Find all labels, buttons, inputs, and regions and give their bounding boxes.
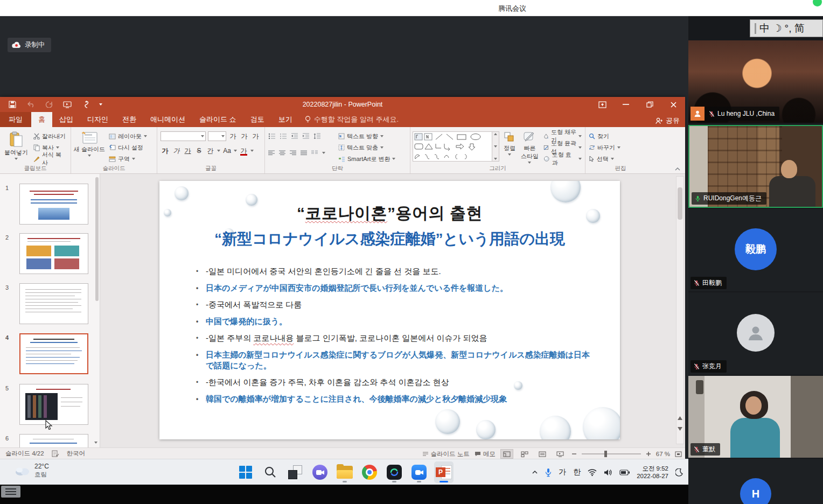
- shapes-gallery[interactable]: [413, 129, 499, 165]
- slide-thumbnail-5[interactable]: [19, 384, 88, 425]
- reset-button[interactable]: 다시 설정: [108, 142, 148, 153]
- arrange-button[interactable]: 정렬: [501, 129, 518, 165]
- share-button[interactable]: 공유: [655, 116, 680, 125]
- columns-button[interactable]: [311, 150, 318, 156]
- zoom-out-button[interactable]: [571, 451, 577, 457]
- clear-formatting-button[interactable]: 가: [251, 131, 260, 141]
- section-button[interactable]: 구역: [108, 153, 148, 164]
- justify-button[interactable]: [301, 150, 308, 156]
- decrease-indent-button[interactable]: [291, 133, 298, 139]
- meeting-toolbar-handle[interactable]: [1, 486, 20, 498]
- char-spacing-button[interactable]: 간: [206, 146, 215, 156]
- webex-button[interactable]: [385, 461, 404, 483]
- font-name-box[interactable]: [161, 131, 206, 141]
- text-direction-button[interactable]: 텍스트 방향: [337, 131, 396, 142]
- layout-button[interactable]: 레이아웃: [108, 131, 148, 142]
- align-left-button[interactable]: [268, 150, 275, 156]
- quick-styles-button[interactable]: 빠른 스타일: [520, 129, 540, 165]
- smartart-dropdown-icon[interactable]: [392, 158, 395, 160]
- participant-tile-3[interactable]: 毅鹏 田毅鹏: [688, 209, 823, 291]
- char-spacing-dropdown-icon[interactable]: [217, 150, 220, 152]
- fit-slide-button[interactable]: [675, 451, 682, 457]
- chat-app-button[interactable]: [310, 461, 330, 483]
- arrange-dropdown-icon[interactable]: [508, 153, 511, 156]
- participant-tile-5[interactable]: 董默: [688, 376, 823, 458]
- shapes-more-icon[interactable]: [494, 158, 497, 160]
- save-button[interactable]: [8, 100, 17, 109]
- select-dropdown-icon[interactable]: [611, 158, 614, 160]
- cut-button[interactable]: 잘라내기: [32, 131, 68, 142]
- tab-view[interactable]: 보기: [271, 112, 299, 127]
- tab-insert[interactable]: 삽입: [52, 112, 80, 127]
- strikethrough-button[interactable]: S: [194, 146, 204, 156]
- powerpoint-button[interactable]: P: [434, 461, 454, 483]
- text-direction-dropdown-icon[interactable]: [380, 135, 383, 137]
- close-button[interactable]: [661, 97, 685, 112]
- underline-button[interactable]: 가: [183, 146, 192, 156]
- thumbnail-scrollbar[interactable]: [95, 177, 99, 301]
- chrome-button[interactable]: [360, 461, 379, 483]
- shape-effects-dropdown-icon[interactable]: [578, 158, 582, 160]
- align-text-button[interactable]: 텍스트 맞춤: [337, 142, 396, 153]
- align-text-dropdown-icon[interactable]: [380, 146, 383, 149]
- tab-slideshow[interactable]: 슬라이드 쇼: [192, 112, 243, 127]
- slide-thumbnail-panel[interactable]: 1 2: [0, 174, 100, 447]
- find-button[interactable]: 찾기: [588, 131, 622, 142]
- zoom-level[interactable]: 67 %: [656, 451, 670, 457]
- select-button[interactable]: 선택: [588, 153, 622, 164]
- weather-widget[interactable]: 22°C 흐림: [14, 463, 49, 479]
- line-spacing-button[interactable]: [313, 133, 321, 139]
- slide-sorter-view-button[interactable]: [518, 449, 531, 459]
- slide-thumbnail-2[interactable]: [19, 233, 88, 274]
- tab-design[interactable]: 디자인: [80, 112, 115, 127]
- bullets-button[interactable]: [268, 133, 276, 139]
- start-button[interactable]: [236, 461, 255, 483]
- quick-styles-dropdown-icon[interactable]: [528, 162, 531, 164]
- start-slideshow-button[interactable]: [62, 100, 72, 109]
- clock-widget[interactable]: 오전 9:52 2022-08-27: [637, 465, 668, 480]
- italic-button[interactable]: 가: [172, 146, 181, 156]
- slideshow-view-button[interactable]: [554, 449, 567, 459]
- tab-home[interactable]: 홈: [31, 112, 52, 127]
- reading-view-button[interactable]: [536, 449, 549, 459]
- copy-dropdown-icon[interactable]: [56, 146, 59, 149]
- layout-dropdown-icon[interactable]: [144, 135, 147, 137]
- shape-outline-dropdown-icon[interactable]: [578, 146, 582, 149]
- redo-button[interactable]: [44, 100, 54, 109]
- font-size-box[interactable]: [208, 131, 226, 141]
- thumbnail-scroll-down-icon[interactable]: [92, 439, 100, 446]
- language-indicator[interactable]: 한국어: [67, 450, 86, 458]
- current-slide[interactable]: “코로나이혼”용어의 출현 “新型コロナウイルス感染症離婚”という用語の出現 -…: [159, 181, 620, 439]
- replace-button[interactable]: 바꾸기: [588, 142, 622, 153]
- next-slide-button[interactable]: [676, 424, 683, 433]
- font-color-button[interactable]: 가: [239, 146, 248, 156]
- tab-file[interactable]: 파일: [0, 112, 31, 127]
- participant-tile-6[interactable]: H: [688, 459, 823, 504]
- paste-button[interactable]: 붙여넣기: [2, 129, 30, 165]
- undo-button[interactable]: [26, 100, 36, 109]
- comments-toggle[interactable]: 메모: [475, 450, 496, 458]
- ime-language-indicator[interactable]: 한: [573, 467, 581, 477]
- collapse-ribbon-button[interactable]: [674, 167, 681, 171]
- battery-icon[interactable]: [619, 470, 630, 475]
- font-color-dropdown-icon[interactable]: [250, 150, 254, 152]
- grow-font-button[interactable]: 가: [228, 131, 238, 141]
- align-right-button[interactable]: [290, 150, 297, 156]
- replace-dropdown-icon[interactable]: [617, 146, 620, 149]
- tray-expand-icon[interactable]: [532, 470, 538, 474]
- tab-transitions[interactable]: 전환: [115, 112, 143, 127]
- search-button[interactable]: [261, 461, 280, 483]
- align-center-button[interactable]: [279, 150, 286, 156]
- tell-me-box[interactable]: 수행할 작업을 알려 주세요.: [299, 112, 404, 127]
- slide-scrollbar[interactable]: [676, 176, 684, 444]
- zoom-slider-knob[interactable]: [604, 451, 607, 457]
- shapes-scrollbar[interactable]: [492, 131, 499, 162]
- shape-effects-button[interactable]: 도형 효과: [542, 153, 583, 164]
- change-case-button[interactable]: Aa: [222, 146, 232, 156]
- tab-review[interactable]: 검토: [243, 112, 271, 127]
- participant-tile-4[interactable]: 张竞月: [688, 292, 823, 375]
- format-painter-button[interactable]: 서식 복사: [32, 153, 68, 164]
- task-view-button[interactable]: [285, 461, 305, 483]
- scrollbar-thumb[interactable]: [678, 187, 682, 220]
- section-dropdown-icon[interactable]: [132, 158, 135, 160]
